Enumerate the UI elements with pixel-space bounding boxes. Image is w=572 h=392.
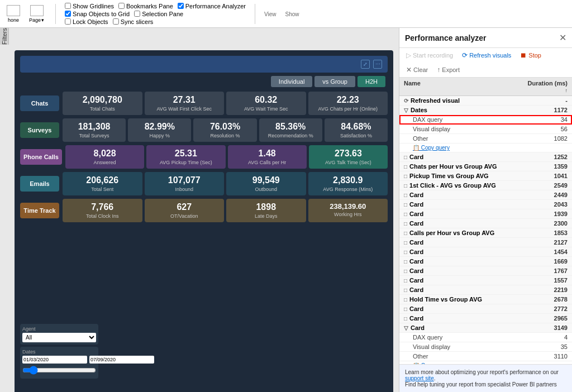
perf-list-row: □Card1767 [399,266,572,276]
selection-pane-label[interactable]: Selection Pane [134,11,183,17]
surveys-label[interactable]: Surveys [20,122,59,138]
footer-link[interactable]: support site [405,375,434,381]
vs-group-btn[interactable]: vs Group [314,76,355,87]
row-duration: 2549 [534,182,568,189]
metric-value: 181,308 [67,122,121,132]
expand-icon[interactable]: □ [404,259,407,265]
expand-icon[interactable]: ▽ [404,325,408,331]
expand-icon[interactable]: □ [404,249,407,255]
bookmarks-pane-check[interactable] [118,3,125,9]
filters-label[interactable]: Filters [1,28,8,45]
start-recording-btn[interactable]: ▷ Start recording [404,50,455,60]
expand-icon[interactable]: □ [404,164,407,170]
metric-value: 273.63 [313,149,383,159]
chats-label[interactable]: Chats [20,95,59,111]
row-duration: 1041 [534,173,568,179]
focus-icon[interactable]: ⤢ [361,60,370,69]
row-name-text: Visual display [413,126,450,132]
phone-label[interactable]: Phone Calls [20,149,62,165]
lock-objects-check[interactable] [65,18,71,25]
export-btn[interactable]: ↑ Export [435,65,462,75]
agent-filter-select[interactable]: All [22,333,96,342]
refresh-visuals-btn[interactable]: ⟳ Refresh visuals [460,50,513,60]
show-gridlines-label[interactable]: Show Gridlines [65,3,114,9]
perf-analyzer-check[interactable] [178,3,184,9]
row-duration: 1359 [534,163,568,170]
date-end-input[interactable] [89,356,154,364]
expand-icon[interactable]: ▽ [404,107,408,113]
expand-icon[interactable]: □ [404,297,407,303]
row-name-text: Card [409,286,423,293]
row-name: □Card [404,315,534,322]
expand-icon[interactable]: □ [404,173,407,179]
metric-card: 25.31 AVG Pickup Time (Sec) [146,145,225,169]
snap-objects-label[interactable]: Snap Objects to Grid [65,11,130,17]
h2h-btn[interactable]: H2H [358,76,385,87]
row-duration: 1557 [534,277,568,284]
page-view-button[interactable]: Page▾ [27,4,46,24]
expand-icon[interactable]: □ [404,240,407,246]
individual-btn[interactable]: Individual [271,76,312,87]
date-slider[interactable] [22,366,96,375]
expand-icon[interactable]: □ [404,202,407,208]
metric-card: 27.31 AVG Wait First Click Sec [145,92,225,115]
perf-list-row: □Card2219 [399,285,572,295]
timetrack-label[interactable]: Time Track [20,203,59,218]
clear-label: Clear [413,66,428,73]
expand-icon[interactable]: □ [404,278,407,284]
perf-analyzer-label[interactable]: Performance Analyzer [178,3,246,9]
email-metrics: 206,626 Total Sent 107,077 Inbound 99,54… [63,172,388,195]
expand-icon[interactable]: □ [404,192,407,198]
snap-objects-check[interactable] [65,11,71,17]
toolbar-page-view: hone Page▾ [4,4,46,24]
bookmarks-pane-label[interactable]: Bookmarks Pane [118,3,173,9]
perf-close-button[interactable]: ✕ [559,32,566,43]
row-name-text: Card [409,201,423,208]
expand-icon[interactable]: □ [404,268,407,274]
row-name-text: Chats per Hour vs Group AVG [409,163,497,170]
expand-icon[interactable]: □ [404,211,407,217]
show-gridlines-check[interactable] [65,3,71,9]
metric-label: Happy % [132,133,187,138]
copy-query-link[interactable]: 📋 Copy query [413,145,450,151]
filters-strip[interactable]: Filters [0,28,9,45]
more-icon[interactable]: ⋯ [373,60,382,69]
emails-label[interactable]: Emails [20,176,59,192]
row-name: 📋 Copy query [413,145,534,151]
clear-btn[interactable]: ✕ Clear [404,65,430,75]
row-name: □Card [404,220,534,227]
perf-list-row: Other3110 [399,352,572,361]
sync-slicers-label[interactable]: Sync slicers [113,18,154,25]
stop-btn[interactable]: ⏹ Stop [518,50,544,60]
perf-list-row: □Card2449 [399,190,572,200]
metric-value: 206,626 [67,175,138,185]
perf-list-row[interactable]: 📋 Copy query [399,144,572,152]
expand-icon[interactable]: □ [404,183,407,189]
start-recording-label: Start recording [413,52,453,59]
metric-label: Working Hrs [313,212,384,217]
row-duration: 1454 [534,248,568,255]
metric-card: 84.68% Satisfaction % [325,118,388,142]
expand-icon[interactable]: □ [404,154,407,160]
metric-card: 1.48 AVG Calls per Hr [228,145,307,169]
row-duration: 1767 [534,267,568,274]
lock-objects-label[interactable]: Lock Objects [65,18,108,25]
phone-button[interactable]: hone [4,4,22,24]
perf-list-row: □Card1669 [399,257,572,266]
date-start-input[interactable] [22,356,87,364]
chats-metrics: 2,090,780 Total Chats 27.31 AVG Wait Fir… [63,92,388,115]
clear-icon: ✕ [406,66,412,74]
selection-pane-check[interactable] [134,11,140,17]
expand-icon[interactable]: □ [404,230,407,236]
expand-icon[interactable]: □ [404,221,407,227]
expand-icon[interactable]: ⟳ [404,98,408,104]
expand-icon[interactable]: □ [404,287,407,293]
title-bar: ⤢ ⋯ [20,56,388,73]
expand-icon[interactable]: □ [404,306,407,312]
metric-value: 7,766 [67,202,138,212]
perf-list-row: □Calls per Hour vs Group AVG1853 [399,228,572,238]
sync-slicers-check[interactable] [113,18,119,25]
metric-value: 84.68% [329,122,383,132]
expand-icon[interactable]: □ [404,315,407,322]
agent-filter-box: Agent All [20,324,98,345]
